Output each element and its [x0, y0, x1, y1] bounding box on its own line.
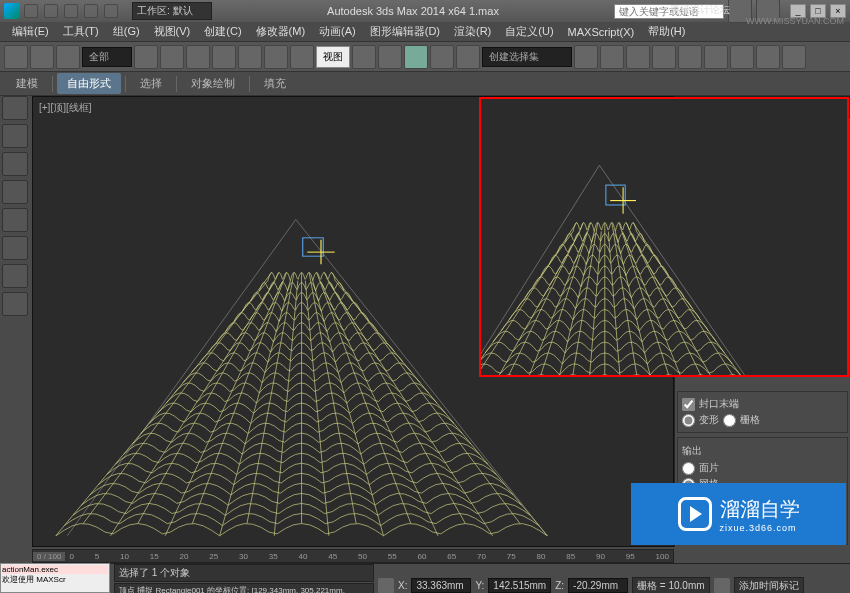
menu-item[interactable]: 编辑(E) — [6, 22, 55, 41]
capping-rollout: 封口末端 变形 栅格 — [677, 391, 848, 433]
percent-snap-icon[interactable] — [430, 45, 454, 69]
brand-watermark: 溜溜自学 zixue.3d66.com — [631, 483, 846, 545]
open-icon[interactable] — [44, 4, 58, 18]
hierarchy-icon[interactable] — [2, 236, 28, 260]
menu-item[interactable]: 工具(T) — [57, 22, 105, 41]
freeze-icon[interactable] — [2, 152, 28, 176]
zoom-overlay — [479, 97, 849, 377]
svg-line-5 — [481, 165, 599, 375]
z-label: Z: — [555, 580, 564, 591]
ribbon-tab[interactable]: 对象绘制 — [181, 73, 245, 94]
viewport[interactable]: [+][顶][线框] — [32, 96, 674, 547]
bind-icon[interactable] — [56, 45, 80, 69]
menu-item[interactable]: 渲染(R) — [448, 22, 497, 41]
time-slider[interactable]: 0 / 100 05101520253035404550556065707580… — [32, 549, 674, 563]
ribbon-tabs: 建模自由形式选择对象绘制填充 — [0, 72, 850, 96]
display-icon[interactable] — [2, 208, 28, 232]
ribbon-tab[interactable]: 填充 — [254, 73, 296, 94]
material-editor-icon[interactable] — [704, 45, 728, 69]
render-icon[interactable] — [782, 45, 806, 69]
container-icon[interactable] — [2, 96, 28, 120]
window-crossing-icon[interactable] — [212, 45, 236, 69]
menu-item[interactable]: 动画(A) — [313, 22, 362, 41]
pivot-icon[interactable] — [352, 45, 376, 69]
workspace-combo[interactable]: 工作区: 默认 — [132, 2, 212, 20]
isolate-icon[interactable] — [2, 124, 28, 148]
scale-icon[interactable] — [290, 45, 314, 69]
move-icon[interactable] — [238, 45, 262, 69]
patch-radio[interactable] — [682, 462, 695, 475]
window-title: Autodesk 3ds Max 2014 x64 1.max — [216, 5, 610, 17]
menu-item[interactable]: 创建(C) — [198, 22, 247, 41]
forum-watermark: 思缘设计论坛 — [670, 3, 730, 17]
rotate-icon[interactable] — [264, 45, 288, 69]
angle-snap-icon[interactable] — [404, 45, 428, 69]
ribbon-tab[interactable]: 建模 — [6, 73, 48, 94]
select-region-icon[interactable] — [186, 45, 210, 69]
menubar: 编辑(E)工具(T)组(G)视图(V)创建(C)修改器(M)动画(A)图形编辑器… — [0, 22, 850, 42]
app-logo-icon — [4, 3, 20, 19]
forum-url: WWW.MISSYUAN.COM — [746, 16, 844, 26]
save-icon[interactable] — [64, 4, 78, 18]
snap-toggle-icon[interactable] — [378, 45, 402, 69]
ribbon-tab[interactable]: 自由形式 — [57, 73, 121, 94]
grid-radio-label: 栅格 — [740, 413, 760, 427]
morph-radio[interactable] — [682, 414, 695, 427]
grid-radio[interactable] — [723, 414, 736, 427]
cap-end-checkbox[interactable] — [682, 398, 695, 411]
svg-line-0 — [67, 219, 296, 535]
render-frame-icon[interactable] — [756, 45, 780, 69]
link-icon[interactable] — [4, 45, 28, 69]
selection-status: 选择了 1 个对象 — [114, 564, 374, 582]
selection-filter-combo[interactable]: 全部 — [82, 47, 132, 67]
listener-line-2: 欢迎使用 MAXScr — [2, 574, 108, 585]
unlink-icon[interactable] — [30, 45, 54, 69]
redo-icon[interactable] — [104, 4, 118, 18]
undo-icon[interactable] — [84, 4, 98, 18]
menu-item[interactable]: MAXScript(X) — [562, 24, 641, 40]
patch-label: 面片 — [699, 461, 719, 475]
utility-icon[interactable] — [2, 292, 28, 316]
maxscript-listener[interactable]: actionMan.exec 欢迎使用 MAXScr — [0, 563, 110, 593]
cap-end-label: 封口末端 — [699, 397, 739, 411]
output-header: 输出 — [682, 442, 843, 460]
menu-item[interactable]: 图形编辑器(D) — [364, 22, 446, 41]
render-setup-icon[interactable] — [730, 45, 754, 69]
refcoord-combo[interactable]: 视图 — [316, 46, 350, 68]
morph-label: 变形 — [699, 413, 719, 427]
time-ticks: 0510152025303540455055606570758085909510… — [65, 552, 673, 561]
layers-icon[interactable] — [626, 45, 650, 69]
brand-text: 溜溜自学 — [720, 496, 800, 523]
select-icon[interactable] — [134, 45, 158, 69]
named-selset-combo[interactable]: 创建选择集 — [482, 47, 572, 67]
schematic-icon[interactable] — [678, 45, 702, 69]
zoom-canvas — [481, 99, 847, 375]
mirror-icon[interactable] — [574, 45, 598, 69]
select-name-icon[interactable] — [160, 45, 184, 69]
new-icon[interactable] — [24, 4, 38, 18]
main-toolbar: 全部 视图 创建选择集 — [0, 42, 850, 72]
z-spinner[interactable]: -20.29mm — [568, 578, 628, 593]
ribbon-tab[interactable]: 选择 — [130, 73, 172, 94]
spinner-snap-icon[interactable] — [456, 45, 480, 69]
play-icon — [678, 497, 712, 531]
x-spinner[interactable]: 33.363mm — [411, 578, 471, 593]
curve-editor-icon[interactable] — [652, 45, 676, 69]
align-icon[interactable] — [600, 45, 624, 69]
x-label: X: — [398, 580, 407, 591]
timetag-icon[interactable] — [714, 578, 730, 594]
time-pos: 0 / 100 — [33, 552, 65, 561]
menu-item[interactable]: 修改器(M) — [250, 22, 312, 41]
menu-item[interactable]: 视图(V) — [148, 22, 197, 41]
left-toolbar — [2, 96, 30, 316]
menu-item[interactable]: 帮助(H) — [642, 22, 691, 41]
layer-tool-icon[interactable] — [2, 180, 28, 204]
y-spinner[interactable]: 142.515mm — [488, 578, 551, 593]
menu-item[interactable]: 组(G) — [107, 22, 146, 41]
menu-item[interactable]: 自定义(U) — [499, 22, 559, 41]
brand-url: zixue.3d66.com — [720, 523, 800, 533]
motion-icon[interactable] — [2, 264, 28, 288]
addtime-label[interactable]: 添加时间标记 — [734, 577, 804, 594]
lock-icon[interactable] — [378, 578, 394, 594]
quick-access-toolbar — [24, 4, 118, 18]
